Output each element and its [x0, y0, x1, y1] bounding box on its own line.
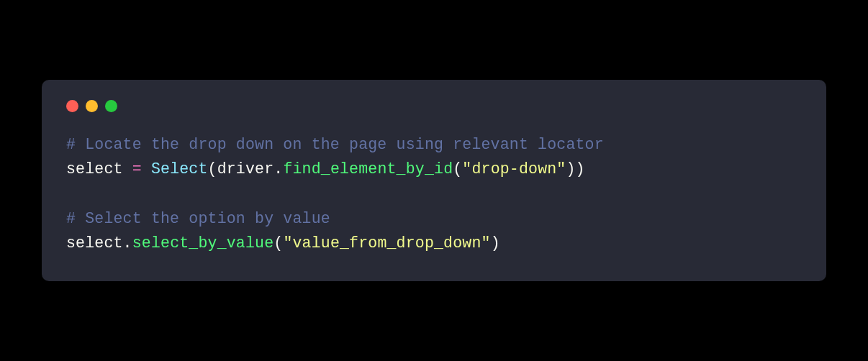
code-block: # Locate the drop down on the page using…	[66, 132, 802, 256]
code-line: select = Select(driver.find_element_by_i…	[66, 157, 802, 181]
comment-text: # Select the option by value	[66, 210, 330, 227]
code-text: select	[66, 160, 132, 178]
window-controls	[66, 100, 802, 112]
method-text: find_element_by_id	[283, 160, 453, 178]
zoom-icon[interactable]	[105, 100, 117, 112]
code-line: # Select the option by value	[66, 206, 802, 231]
method-text: select_by_value	[132, 234, 274, 252]
code-text: ))	[566, 160, 584, 178]
code-text	[142, 160, 151, 178]
code-line: select.select_by_value("value_from_drop_…	[66, 231, 802, 255]
close-icon[interactable]	[66, 100, 78, 112]
class-text: Select	[151, 160, 208, 178]
string-text: "value_from_drop_down"	[283, 234, 490, 252]
code-text: select.	[66, 234, 132, 252]
code-line: # Locate the drop down on the page using…	[66, 132, 802, 157]
minimize-icon[interactable]	[86, 100, 98, 112]
string-text: "drop-down"	[462, 160, 566, 178]
code-text: (	[453, 160, 462, 178]
code-text: (driver.	[208, 160, 284, 178]
code-text: (	[273, 234, 283, 252]
page-frame: # Locate the drop down on the page using…	[0, 0, 868, 361]
comment-text: # Locate the drop down on the page using…	[66, 136, 604, 153]
operator-text: =	[132, 160, 142, 178]
code-window: # Locate the drop down on the page using…	[42, 80, 826, 282]
blank-line	[66, 181, 802, 206]
code-text: )	[491, 234, 500, 252]
